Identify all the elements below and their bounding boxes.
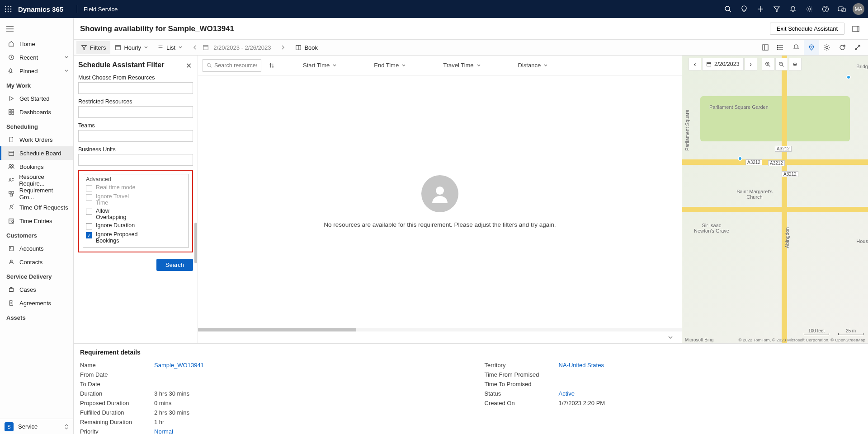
sidebar-hamburger-icon[interactable] (2, 21, 18, 37)
svg-point-31 (11, 164, 13, 166)
detail-row: NameSample_WO13941 (80, 360, 458, 370)
nav-resource-requirements[interactable]: Resource Require... (0, 173, 73, 187)
detail-value[interactable]: NA-United States (559, 362, 604, 369)
nav-label: Time Entries (19, 218, 52, 224)
nav-label: Requirement Gro... (19, 187, 69, 201)
nav-cases[interactable]: Cases (0, 283, 73, 296)
calendar-icon (706, 61, 712, 67)
column-start-time[interactable]: Start Time (303, 62, 337, 69)
svg-line-82 (782, 65, 783, 66)
toolbar-list2-icon[interactable] (773, 40, 788, 55)
chevron-down-icon (543, 63, 548, 68)
nav-get-started[interactable]: Get Started (0, 92, 73, 105)
toolbar-filters-button[interactable]: Filters (76, 41, 110, 54)
business-units-input[interactable] (78, 154, 193, 166)
toolbar-alert-icon[interactable] (788, 40, 804, 55)
toolbar-list-button[interactable]: List (153, 41, 187, 54)
map-prev-button[interactable]: ‹ (689, 58, 701, 70)
teams-input[interactable] (78, 130, 193, 142)
resource-search-input[interactable] (203, 59, 261, 72)
nav-home[interactable]: Home (0, 37, 73, 51)
nav-pinned[interactable]: Pinned (0, 64, 73, 78)
prev-range-button[interactable] (187, 40, 203, 55)
calendar-icon (8, 149, 15, 157)
svg-rect-25 (12, 110, 14, 112)
updown-icon (64, 424, 69, 430)
column-distance[interactable]: Distance (518, 62, 548, 69)
exit-schedule-assistant-button[interactable]: Exit Schedule Assistant (770, 23, 844, 35)
panel-toggle-icon[interactable] (850, 23, 862, 35)
book-icon (295, 44, 302, 51)
nav-recent[interactable]: Recent (0, 51, 73, 64)
gear-icon[interactable] (801, 0, 817, 18)
map-zoom-in-button[interactable] (762, 58, 774, 70)
svg-point-45 (10, 260, 12, 262)
toolbar-map-icon[interactable] (804, 40, 819, 55)
user-avatar[interactable]: MA (853, 3, 864, 15)
toolbar-book-button[interactable]: Book (291, 41, 322, 54)
scrollbar-thumb[interactable] (194, 223, 197, 263)
date-range[interactable]: 2/20/2023 - 2/26/2023 (209, 44, 275, 51)
home-icon (8, 40, 15, 47)
nav-requirement-groups[interactable]: Requirement Gro... (0, 187, 73, 201)
nav-agreements[interactable]: Agreements (0, 296, 73, 310)
road-tag: A3212 (745, 159, 762, 165)
collapse-chevron-icon[interactable] (667, 335, 674, 340)
dashboard-icon (8, 108, 15, 116)
toolbar-gear-icon[interactable] (819, 40, 835, 55)
app-launcher-icon[interactable] (4, 5, 13, 14)
nav-accounts[interactable]: Accounts (0, 242, 73, 255)
detail-row: Duration3 hrs 30 mins (80, 389, 458, 398)
detail-value[interactable]: Active (559, 390, 575, 397)
area-switcher[interactable]: S Service (0, 419, 73, 434)
nav-schedule-board[interactable]: Schedule Board (0, 146, 73, 160)
nav-label: Get Started (19, 95, 49, 102)
checkbox-allow-overlapping[interactable]: Allow Overlapping (86, 208, 185, 220)
map-next-button[interactable]: › (745, 58, 757, 70)
filter-close-icon[interactable]: ✕ (184, 61, 193, 70)
detail-value[interactable]: Normal (154, 428, 173, 434)
bell-icon[interactable] (785, 0, 801, 18)
svg-point-2 (10, 6, 12, 7)
chevron-down-icon (476, 63, 481, 68)
next-range-button[interactable] (275, 40, 291, 55)
filter-icon[interactable] (769, 0, 785, 18)
detail-label: Created On (485, 400, 559, 406)
toolbar-legend-icon[interactable] (758, 40, 773, 55)
plus-icon[interactable] (752, 0, 769, 18)
nav-work-orders[interactable]: Work Orders (0, 133, 73, 146)
checkbox-ignore-proposed[interactable]: ✓Ignore Proposed Bookings (86, 231, 185, 244)
nav-label: Time Off Requests (19, 204, 68, 211)
help-icon[interactable] (817, 0, 834, 18)
sort-toggle-icon[interactable] (269, 62, 275, 69)
map-zoom-out-button[interactable] (775, 58, 788, 70)
nav-time-off-requests[interactable]: Time Off Requests (0, 201, 73, 214)
map-date-picker[interactable]: 2/20/2023 (702, 58, 744, 70)
map-panel[interactable]: Parliament Square Parliament Square Gard… (682, 56, 868, 343)
detail-value[interactable]: Sample_WO13941 (154, 362, 204, 369)
contact-icon (8, 258, 15, 266)
assistant-icon[interactable] (834, 0, 850, 18)
nav-bookings[interactable]: Bookings (0, 160, 73, 173)
must-choose-input[interactable] (78, 82, 193, 94)
horizontal-scrollbar[interactable] (198, 328, 682, 331)
nav-contacts[interactable]: Contacts (0, 255, 73, 269)
nav-time-entries[interactable]: Time Entries (0, 214, 73, 228)
svg-rect-27 (12, 112, 14, 114)
restricted-input[interactable] (78, 106, 193, 118)
svg-point-15 (808, 8, 811, 10)
filter-icon (81, 44, 87, 51)
toolbar-refresh-icon[interactable] (835, 40, 850, 55)
column-travel-time[interactable]: Travel Time (443, 62, 481, 69)
search-icon[interactable] (720, 0, 736, 18)
nav-dashboards[interactable]: Dashboards (0, 105, 73, 119)
toolbar-hourly-button[interactable]: Hourly (110, 41, 153, 54)
detail-value: 3 hrs 30 mins (154, 390, 189, 397)
lightbulb-icon[interactable] (736, 0, 752, 18)
column-end-time[interactable]: End Time (374, 62, 406, 69)
search-button[interactable]: Search (156, 259, 193, 271)
toolbar-expand-icon[interactable] (850, 40, 865, 55)
map-locate-button[interactable] (789, 58, 802, 70)
nav-group-my-work: My Work (0, 78, 73, 92)
checkbox-ignore-duration[interactable]: Ignore Duration (86, 222, 185, 229)
